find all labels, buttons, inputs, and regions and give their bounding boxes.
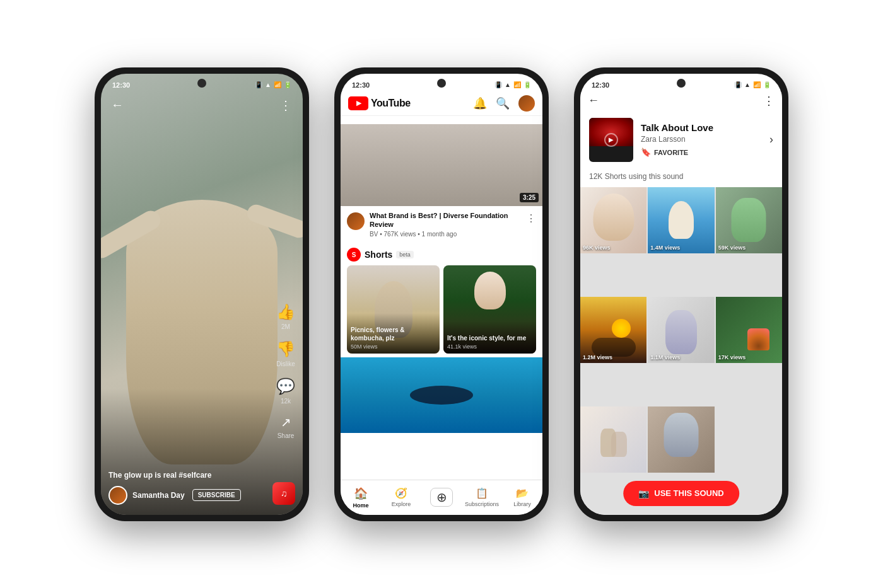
thumb-image bbox=[341, 124, 542, 206]
pool-video[interactable] bbox=[341, 357, 542, 433]
video-thumbnail[interactable]: 3:25 bbox=[341, 124, 542, 206]
user-name: Samantha Day bbox=[132, 491, 185, 500]
nav-create[interactable]: ⊕ bbox=[421, 488, 462, 507]
home-icon: 🏠 bbox=[354, 487, 368, 500]
header-icons: 🔔 🔍 bbox=[473, 95, 535, 112]
share-label: Share bbox=[278, 432, 295, 439]
grid-item-3[interactable]: 59K views bbox=[716, 187, 782, 253]
camera-icon: 📷 bbox=[638, 488, 649, 499]
video-subtitle: BV • 767K views • 1 month ago bbox=[370, 231, 521, 238]
video-meta: What Brand is Best? | Diverse Foundation… bbox=[370, 211, 521, 238]
library-label: Library bbox=[513, 501, 531, 507]
user-row: Samantha Day SUBSCRIBE bbox=[108, 486, 265, 505]
grid-item-2[interactable]: 1.4M views bbox=[648, 187, 714, 253]
shorts-logo-icon: S bbox=[347, 248, 361, 262]
share-icon: ↗ bbox=[281, 415, 291, 430]
skater-figure bbox=[669, 201, 694, 239]
grid-item-6[interactable]: 17K views bbox=[716, 297, 782, 363]
vibrate-icon: 📳 bbox=[734, 81, 742, 88]
short-views-1: 50M views bbox=[351, 343, 436, 350]
yt-logo-text: YouTube bbox=[371, 98, 411, 109]
grid-item-5[interactable]: 1.1M views bbox=[648, 297, 714, 363]
more-options-button[interactable]: ⋮ bbox=[279, 98, 293, 113]
status-bar: 12:30 📳 ▲ 📶 🔋 bbox=[580, 74, 782, 91]
sound-page-content: 12:30 📳 ▲ 📶 🔋 ← ⋮ ▶ T bbox=[580, 74, 782, 515]
explore-icon: 🧭 bbox=[395, 487, 407, 499]
dislike-icon: 👎 bbox=[276, 340, 295, 358]
favorite-button[interactable]: 🔖 FAVORITE bbox=[641, 147, 762, 157]
status-icons: 📳 ▲ 📶 🔋 bbox=[255, 81, 291, 88]
notification-bell-icon[interactable]: 🔔 bbox=[473, 96, 487, 110]
share-button[interactable]: ↗ Share bbox=[278, 415, 295, 439]
phone-2-youtube: 12:30 📳 ▲ 📶 🔋 YouTube 🔔 🔍 bbox=[334, 67, 549, 521]
like-button[interactable]: 👍 2M bbox=[276, 303, 295, 330]
subscriptions-icon: 📋 bbox=[476, 487, 488, 499]
music-wave-icon: ♫ bbox=[281, 488, 288, 499]
grid-item-7[interactable] bbox=[580, 406, 646, 473]
wifi-icon: 📶 bbox=[513, 81, 521, 88]
green-person-figure bbox=[732, 198, 766, 242]
short-card-1[interactable]: Picnics, flowers & kombucha, plz 50M vie… bbox=[347, 265, 440, 354]
sound-artist: Zara Larsson bbox=[641, 135, 762, 144]
bottom-navigation: 🏠 Home 🧭 Explore ⊕ 📋 Subscriptions 📂 Lib… bbox=[341, 480, 542, 515]
beta-badge: beta bbox=[396, 251, 414, 258]
hashtag: #selfcare bbox=[178, 471, 211, 480]
back-button[interactable]: ← bbox=[588, 94, 599, 107]
status-icons: 📳 ▲ 📶 🔋 bbox=[734, 81, 771, 88]
video-info: What Brand is Best? | Diverse Foundation… bbox=[341, 206, 542, 243]
use-sound-label: USE THIS SOUND bbox=[654, 488, 724, 498]
create-button[interactable]: ⊕ bbox=[430, 488, 453, 507]
grid-views-1: 96K views bbox=[583, 245, 611, 251]
face-figure-1 bbox=[593, 193, 634, 241]
video-title[interactable]: What Brand is Best? | Diverse Foundation… bbox=[370, 211, 521, 229]
shorts-title: Shorts bbox=[365, 250, 392, 260]
back-button[interactable]: ← bbox=[111, 98, 124, 112]
youtube-logo: YouTube bbox=[348, 96, 411, 110]
nav-home[interactable]: 🏠 Home bbox=[341, 487, 381, 509]
time-display: 12:30 bbox=[352, 81, 370, 89]
grid-views-3: 59K views bbox=[718, 245, 746, 251]
short-card-2[interactable]: It's the iconic style, for me 41.1k view… bbox=[443, 265, 536, 354]
music-button[interactable]: ♫ bbox=[272, 482, 295, 505]
sound-card: ▶ Talk About Love Zara Larsson 🔖 FAVORIT… bbox=[580, 113, 782, 170]
grid-views-5: 1.1M views bbox=[650, 354, 680, 360]
comment-button[interactable]: 💬 12k bbox=[276, 378, 295, 405]
action-buttons: 👍 2M 👎 Dislike 💬 12k ↗ Share bbox=[276, 303, 295, 439]
grid-item-4[interactable]: 1.2M views bbox=[580, 297, 646, 363]
dislike-button[interactable]: 👎 Dislike bbox=[276, 340, 295, 367]
short-title-2: It's the iconic style, for me bbox=[447, 334, 532, 342]
favorite-label: FAVORITE bbox=[654, 149, 688, 156]
channel-name: BV bbox=[370, 231, 378, 238]
sound-title: Talk About Love bbox=[641, 122, 762, 133]
user-avatar[interactable] bbox=[108, 486, 127, 505]
status-icons: 📳 ▲ 📶 🔋 bbox=[494, 81, 531, 88]
play-icon[interactable]: ▶ bbox=[604, 133, 618, 147]
video-duration: 3:25 bbox=[520, 193, 539, 202]
phone-1-shorts: 12:30 📳 ▲ 📶 🔋 ← ⋮ 👍 2M 👎 Dislike bbox=[95, 67, 309, 521]
nav-explore[interactable]: 🧭 Explore bbox=[381, 487, 421, 507]
grid-item-1[interactable]: 96K views bbox=[580, 187, 646, 253]
nav-library[interactable]: 📂 Library bbox=[502, 487, 542, 507]
channel-avatar[interactable] bbox=[347, 212, 365, 230]
sun-decoration bbox=[612, 319, 631, 338]
sound-thumbnail[interactable]: ▶ bbox=[589, 118, 633, 162]
wifi-icon: 📶 bbox=[753, 81, 761, 88]
navigate-arrow[interactable]: › bbox=[769, 133, 773, 146]
battery-icon: 🔋 bbox=[523, 81, 531, 88]
video-age: 1 month ago bbox=[422, 231, 457, 238]
home-label: Home bbox=[353, 502, 368, 509]
person-decoration-3 bbox=[664, 413, 698, 457]
subscribe-button[interactable]: SUBSCRIBE bbox=[192, 489, 241, 501]
more-options-button[interactable]: ⋮ bbox=[763, 94, 775, 108]
swimmer-figure bbox=[410, 386, 473, 405]
nav-subscriptions[interactable]: 📋 Subscriptions bbox=[462, 487, 502, 507]
vibrate-icon: 📳 bbox=[255, 81, 262, 88]
search-icon[interactable]: 🔍 bbox=[496, 96, 510, 110]
grid-item-8[interactable] bbox=[648, 406, 714, 473]
more-options-icon[interactable]: ⋮ bbox=[526, 212, 536, 224]
library-icon: 📂 bbox=[516, 487, 529, 499]
signal-icon: ▲ bbox=[744, 81, 751, 88]
use-this-sound-button[interactable]: 📷 USE THIS SOUND bbox=[623, 481, 739, 506]
signal-icon: ▲ bbox=[265, 81, 271, 88]
user-avatar[interactable] bbox=[518, 95, 535, 112]
